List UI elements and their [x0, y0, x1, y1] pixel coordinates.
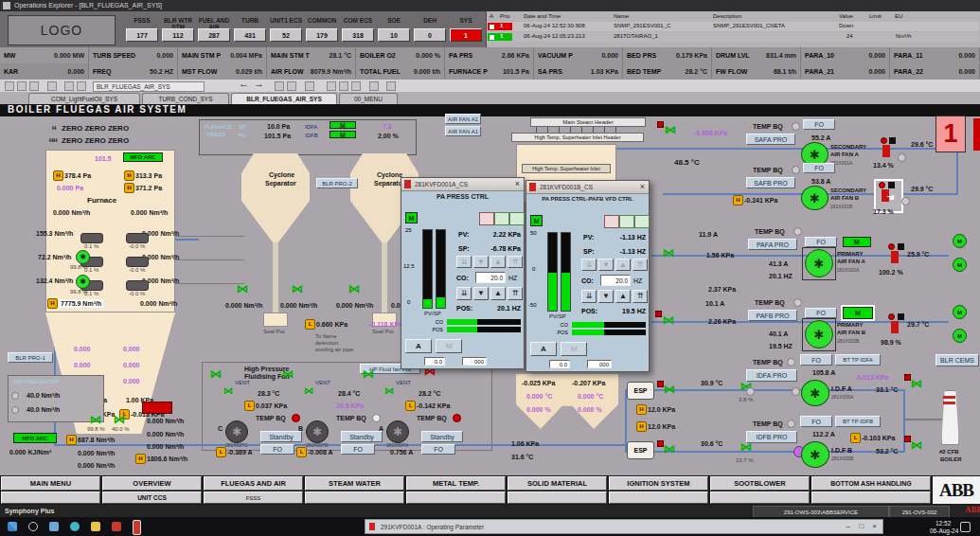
- pafb-mode-indicator[interactable]: M: [843, 307, 873, 319]
- close-icon[interactable]: ×: [515, 179, 520, 188]
- standby-button[interactable]: Standby: [341, 431, 383, 442]
- menu-blank-button[interactable]: [305, 491, 404, 504]
- blr-pro-2-button[interactable]: BLR PRO-2: [316, 178, 358, 188]
- valve-icon[interactable]: ⋈: [282, 369, 294, 379]
- damper-icon[interactable]: [882, 145, 890, 157]
- clock-date[interactable]: 06-Aug-24: [930, 527, 958, 535]
- group-page-icon[interactable]: [619, 215, 634, 228]
- alarm-ack-icon[interactable]: [490, 35, 494, 40]
- fo-button[interactable]: FO: [803, 163, 835, 173]
- motor-status-m[interactable]: M: [953, 329, 967, 343]
- menu-bottom-ash-button[interactable]: BOTTOM ASH HANDLING: [811, 476, 931, 491]
- forward-arrow-icon[interactable]: →: [254, 80, 264, 88]
- home-icon[interactable]: [64, 81, 74, 91]
- valve-icon[interactable]: ⋈: [237, 284, 248, 294]
- valve-icon[interactable]: ⋈: [210, 369, 222, 379]
- co-fast-up-button[interactable]: ⇈: [633, 290, 648, 303]
- blr-cems-button[interactable]: BLR CEMS: [935, 354, 979, 366]
- tab-blr-fluegas-air[interactable]: BLR_FLUEGAS_AIR_SYS: [231, 93, 337, 104]
- close-icon[interactable]: ×: [640, 182, 645, 191]
- bt-tp-idfa-button[interactable]: BT TP IDFA: [835, 354, 881, 366]
- co-fast-down-button[interactable]: ⇊: [581, 290, 597, 303]
- damper-icon[interactable]: [891, 251, 899, 263]
- menu-blank-button[interactable]: [811, 491, 931, 504]
- sp-down-button[interactable]: ▼: [473, 256, 489, 268]
- fo-button[interactable]: FO: [260, 444, 294, 455]
- menu-metal-temp-button[interactable]: METAL TEMP.: [406, 476, 506, 491]
- motor-status-m[interactable]: M: [953, 234, 967, 248]
- co-up-button[interactable]: ▲: [490, 287, 506, 300]
- copy-icon[interactable]: [275, 81, 284, 91]
- display-selector[interactable]: BLR_FLUEGAS_AIR_SYS: [93, 81, 205, 92]
- sp-fast-down-button[interactable]: ⇊: [456, 256, 472, 268]
- blr-pro-1-button[interactable]: BLR PRO-1: [8, 352, 53, 363]
- standby-button[interactable]: Standby: [260, 431, 302, 442]
- menu-blank-button[interactable]: [609, 491, 708, 504]
- fo-button[interactable]: FO: [805, 308, 837, 318]
- bell-icon[interactable]: [369, 81, 379, 91]
- bt-tp-idfb-button[interactable]: BT TP IDFB: [835, 416, 881, 427]
- tab-00-menu[interactable]: 00_MENU: [339, 93, 398, 104]
- idfb-mode-indicator[interactable]: M: [330, 131, 356, 138]
- start-button[interactable]: [8, 522, 17, 531]
- menu-blank-button[interactable]: [710, 491, 810, 504]
- air-fan-a1-button[interactable]: AIR FAN A1: [445, 114, 481, 124]
- hp-fan-icon[interactable]: ✱: [386, 420, 409, 443]
- sp-fast-down-button[interactable]: ⇊: [581, 259, 597, 271]
- menu-overview-button[interactable]: OVERVIEW: [102, 476, 202, 491]
- group-count-unit1ecs-button[interactable]: 52: [270, 28, 302, 42]
- faceplate-titlebar[interactable]: 281KVFD001B_CS ×: [526, 181, 649, 194]
- group-count-turb-button[interactable]: 431: [234, 28, 266, 42]
- alarm-icon[interactable]: [351, 81, 361, 91]
- paf-b-fan-icon[interactable]: ✱: [805, 320, 833, 348]
- group-count-deh-button[interactable]: 0: [414, 28, 446, 42]
- valve-icon[interactable]: ⋈: [363, 369, 374, 379]
- back-arrow-icon[interactable]: ←: [239, 80, 249, 88]
- valve-icon[interactable]: ⋈: [663, 248, 674, 258]
- chart-icon[interactable]: [339, 81, 348, 91]
- menu-blank-button[interactable]: [508, 491, 607, 504]
- mail-app-icon[interactable]: [49, 522, 59, 531]
- folder-app-icon[interactable]: [91, 522, 100, 531]
- pump-icon[interactable]: ✱: [76, 250, 90, 264]
- co-fast-down-button[interactable]: ⇊: [456, 287, 472, 300]
- active-app-icon[interactable]: [133, 520, 141, 535]
- safb-pro-button[interactable]: SAFB PRO: [746, 177, 795, 188]
- pafa-mode-indicator[interactable]: M: [843, 237, 871, 247]
- motor-status-m[interactable]: M: [953, 305, 967, 319]
- fo-button[interactable]: FO: [421, 444, 455, 455]
- faceplate-titlebar[interactable]: 281KVFD001A_CS ×: [401, 178, 524, 191]
- menu-fluegas-air-button[interactable]: FLUEGAS AND AIR: [204, 476, 303, 491]
- saf-b-fan-icon[interactable]: ✱: [801, 186, 829, 210]
- maximize-icon[interactable]: □: [859, 522, 864, 530]
- idfa-pro-button[interactable]: IDFA PRO: [746, 369, 797, 382]
- group-count-soe-button[interactable]: 10: [378, 28, 410, 42]
- co-entry-field[interactable]: 20.0: [600, 275, 631, 286]
- pafa-pro-button[interactable]: PAFA PRO: [748, 239, 797, 250]
- menu-blank-button[interactable]: [406, 491, 506, 504]
- sp-up-button[interactable]: ▲: [490, 256, 506, 268]
- valve-icon[interactable]: ⋈: [664, 384, 675, 394]
- hp-fan-icon[interactable]: ✱: [306, 420, 329, 443]
- menu-fsss-button[interactable]: FSSS: [204, 491, 303, 504]
- idf-b-fan-icon[interactable]: ✱: [801, 441, 829, 468]
- hp-fan-icon[interactable]: ✱: [225, 420, 248, 443]
- search-icon[interactable]: [28, 522, 38, 531]
- print-icon[interactable]: [47, 81, 57, 91]
- sp-fast-up-button[interactable]: ⇈: [508, 256, 523, 268]
- detail-page-icon[interactable]: [509, 212, 525, 225]
- co-down-button[interactable]: ▼: [473, 287, 489, 300]
- pafb-pro-button[interactable]: PAFB PRO: [748, 310, 797, 321]
- safa-pro-button[interactable]: SAFA PRO: [746, 134, 795, 145]
- auto-button[interactable]: A: [405, 339, 432, 353]
- paf-a-fan-icon[interactable]: ✱: [805, 249, 833, 277]
- group-count-sys-button[interactable]: 1: [450, 28, 482, 42]
- pdf-app-icon[interactable]: [112, 522, 121, 531]
- co-fast-up-button[interactable]: ⇈: [508, 287, 523, 300]
- fo-button[interactable]: FO: [805, 237, 837, 247]
- alarm-row[interactable]: 1 06-Aug-24 12:05:23.213 281TOTAIRAO_1 2…: [487, 32, 979, 42]
- group-page-icon[interactable]: [494, 212, 509, 225]
- undo-icon[interactable]: [77, 81, 86, 91]
- mfd-arc-indicator[interactable]: MFD ARC: [123, 152, 163, 162]
- help-icon[interactable]: [386, 81, 396, 91]
